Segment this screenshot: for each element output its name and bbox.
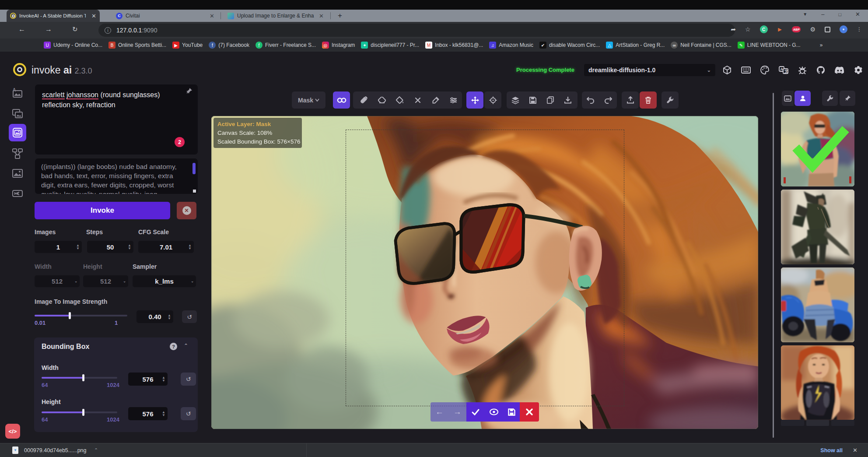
svg-text:文: 文 [784,69,788,74]
